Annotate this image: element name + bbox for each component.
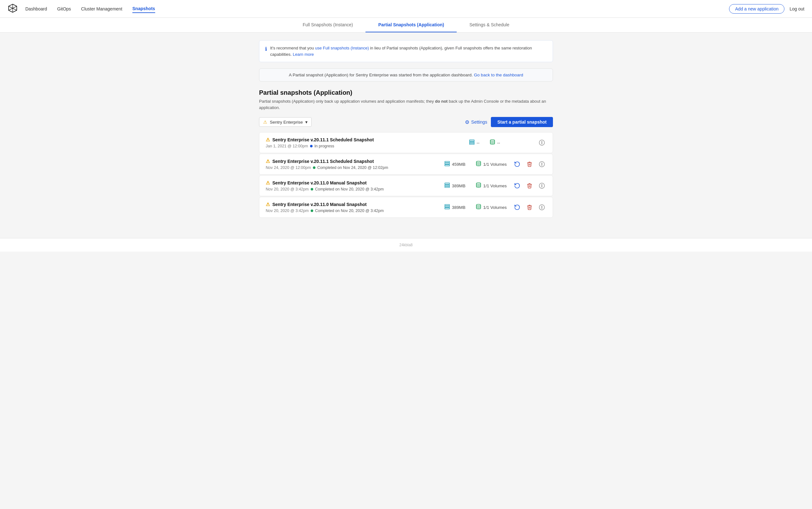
build-id: 24kbla8 [399,243,413,247]
svg-rect-0 [470,140,474,141]
snapshot-row: ⚠ Sentry Enterprise v.20.11.1 Scheduled … [259,154,553,175]
tab-full-snapshots[interactable]: Full Snapshots (Instance) [290,18,366,32]
status-dot [311,188,313,191]
selected-app-name: Sentry Enterprise [270,120,303,125]
tab-settings-schedule[interactable]: Settings & Schedule [457,18,522,32]
volumes-stat: 1/1 Volumes [476,204,507,211]
svg-point-18 [542,165,542,166]
delete-button[interactable] [525,181,533,190]
svg-rect-32 [445,208,450,209]
main-content: ℹ It's recommend that you use Full snaps… [254,33,558,225]
snapshot-name: ⚠ Sentry Enterprise v.20.11.1 Scheduled … [266,159,439,164]
nav-cluster-management[interactable]: Cluster Management [81,5,122,13]
snapshot-list: ⚠ Sentry Enterprise v.20.11.1 Scheduled … [259,132,553,218]
svg-point-6 [542,142,542,143]
more-options-button[interactable] [538,160,546,169]
volumes-stat: -- [490,139,500,146]
full-snapshots-link[interactable]: use Full snapshots (Instance) [315,46,369,50]
volumes-value: 1/1 Volumes [483,205,507,210]
top-navigation: Dashboard GitOps Cluster Management Snap… [0,0,812,18]
volumes-icon [476,204,481,211]
warning-icon: ⚠ [263,120,267,125]
svg-point-27 [542,184,542,185]
more-options-button[interactable] [538,203,546,212]
status-dot [310,145,312,147]
storage-value: 389MB [452,183,466,188]
svg-rect-30 [445,204,450,206]
volumes-value: -- [497,140,500,145]
nav-snapshots[interactable]: Snapshots [133,5,155,13]
more-options-button[interactable] [538,138,546,147]
snapshot-name: ⚠ Sentry Enterprise v.20.11.1 Scheduled … [266,137,464,143]
delete-button[interactable] [525,160,533,169]
snapshot-meta: Nov 20, 2020 @ 3:42pm Completed on Nov 2… [266,208,439,213]
snapshot-toolbar: ⚠ Sentry Enterprise ▾ ⚙ Settings Start a… [259,117,553,127]
storage-icon [444,204,450,211]
volumes-stat: 1/1 Volumes [476,161,507,168]
start-partial-snapshot-button[interactable]: Start a partial snapshot [491,117,553,127]
nav-dashboard[interactable]: Dashboard [25,5,47,13]
snapshot-name: ⚠ Sentry Enterprise v.20.11.0 Manual Sna… [266,202,439,207]
tab-partial-snapshots[interactable]: Partial Snapshots (Application) [365,18,457,32]
warning-icon: ⚠ [266,159,270,164]
snapshot-actions [538,138,546,147]
status-dot [313,166,316,169]
snapshot-date: Nov 20, 2020 @ 3:42pm [266,187,309,192]
snapshot-meta: Nov 20, 2020 @ 3:42pm Completed on Nov 2… [266,187,439,192]
svg-rect-2 [470,143,474,144]
snapshot-info: ⚠ Sentry Enterprise v.20.11.1 Scheduled … [266,159,439,170]
restore-button[interactable] [513,203,522,212]
storage-stat: 459MB [444,161,466,168]
add-application-button[interactable]: Add a new application [729,4,784,13]
storage-value: 389MB [452,205,466,210]
go-to-dashboard-link[interactable]: Go back to the dashboard [474,73,523,77]
snapshot-meta: Nov 24, 2020 @ 12:00pm Completed on Nov … [266,165,439,170]
svg-point-29 [542,187,542,187]
info-banner: ℹ It's recommend that you use Full snaps… [259,40,553,62]
snapshot-actions [513,181,546,190]
svg-rect-20 [445,184,450,186]
restore-button[interactable] [513,160,522,169]
svg-point-17 [542,164,542,165]
snapshot-stats: 389MB 1/1 Volumes [444,204,508,211]
svg-point-22 [476,182,481,184]
svg-point-7 [542,143,542,144]
section-description: Partial snapshots (Application) only bac… [259,98,553,111]
snapshot-meta: Jan 1, 2021 @ 12:00pm In progress [266,144,464,148]
snapshot-stats: 459MB 1/1 Volumes [444,161,508,168]
delete-button[interactable] [525,203,533,212]
page-footer: 24kbla8 [0,238,812,252]
svg-rect-19 [445,183,450,184]
nav-gitops[interactable]: GitOps [57,5,71,13]
svg-point-33 [476,204,481,206]
logo [8,3,18,14]
learn-more-link[interactable]: Learn more [293,52,314,57]
info-icon: ℹ [265,45,267,53]
snapshot-stats: 389MB 1/1 Volumes [444,182,508,190]
storage-value: 459MB [452,162,466,167]
snapshot-name: ⚠ Sentry Enterprise v.20.11.0 Manual Sna… [266,180,439,186]
volumes-value: 1/1 Volumes [483,162,507,167]
snapshot-date: Nov 20, 2020 @ 3:42pm [266,208,309,213]
svg-point-40 [542,208,542,209]
sub-navigation: Full Snapshots (Instance) Partial Snapsh… [0,18,812,33]
section-title: Partial snapshots (Application) [259,89,553,96]
volumes-icon [476,161,481,168]
nav-right: Add a new application Log out [729,4,804,13]
svg-point-11 [476,161,481,163]
svg-point-16 [542,163,542,164]
warning-icon: ⚠ [266,202,270,207]
toolbar-actions: ⚙ Settings Start a partial snapshot [465,117,553,127]
restore-button[interactable] [513,181,522,190]
snapshot-actions [513,160,546,169]
more-options-button[interactable] [538,181,546,190]
app-selector-dropdown[interactable]: ⚠ Sentry Enterprise ▾ [259,117,311,127]
logout-button[interactable]: Log out [789,6,804,11]
storage-icon [469,139,475,146]
snapshot-info: ⚠ Sentry Enterprise v.20.11.1 Scheduled … [266,137,464,148]
svg-point-3 [490,139,495,141]
status-label: Completed on Nov 20, 2020 @ 3:42pm [315,208,384,213]
settings-button[interactable]: ⚙ Settings [465,119,487,125]
volumes-icon [490,139,495,146]
snapshot-info: ⚠ Sentry Enterprise v.20.11.0 Manual Sna… [266,202,439,213]
